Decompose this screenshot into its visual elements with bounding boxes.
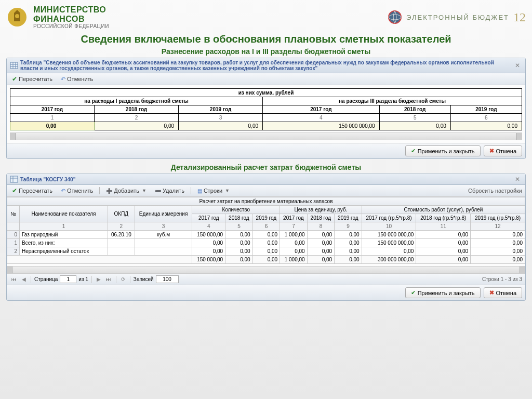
apply-close-button[interactable]: ✔Применить и закрыть xyxy=(405,145,481,156)
minus-icon: ➖ xyxy=(155,188,161,194)
pager-info: Строки 1 - 3 из 3 xyxy=(482,276,522,282)
cell-s1-2018[interactable]: 0,00 xyxy=(95,122,179,130)
ministry-line3: РОССИЙСКОЙ ФЕДЕРАЦИИ xyxy=(33,23,109,29)
last-page-icon[interactable]: ⏭ xyxy=(104,276,113,282)
ministry-line1: МИНИСТЕРСТВО xyxy=(33,5,109,15)
check-icon: ✔ xyxy=(411,289,416,296)
section-subtitle-1: Разнесение расходов на I и III разделы б… xyxy=(6,47,526,56)
section3-caption: на расходы III раздела бюджетной сметы xyxy=(263,97,522,105)
hscrollbar[interactable] xyxy=(10,132,522,140)
svg-point-2 xyxy=(389,11,401,23)
refresh-icon[interactable]: ⟳ xyxy=(119,276,127,282)
allocation-table: из них сумма, рублей на расходы I раздел… xyxy=(10,88,522,130)
panel2-title: Таблица "КОСГУ 340" xyxy=(20,177,511,182)
cancel-icon: ✖ xyxy=(489,148,494,154)
recalculate-button[interactable]: ✔Пересчитать xyxy=(10,75,55,83)
cell-s1-2017[interactable]: 0,00 xyxy=(10,122,95,130)
close-icon[interactable]: ✕ xyxy=(513,62,522,69)
table-icon xyxy=(10,176,18,183)
cell-s3-2019[interactable]: 0,00 xyxy=(450,122,522,130)
ministry-logo-block: МИНИСТЕРСТВО ФИНАНСОВ РОССИЙСКОЙ ФЕДЕРАЦ… xyxy=(6,5,109,29)
ministry-line2: ФИНАНСОВ xyxy=(33,15,109,24)
per-page-label: Записей xyxy=(134,276,154,282)
section-subtitle-2: Детализированный расчет затрат бюджетной… xyxy=(6,163,526,171)
grid-caption: Расчет затрат на приобретение материальн… xyxy=(7,197,525,206)
first-page-icon[interactable]: ⏮ xyxy=(10,276,18,282)
undo-button[interactable]: ↶Отменить xyxy=(59,75,95,83)
table-icon xyxy=(10,62,18,69)
hscrollbar[interactable] xyxy=(7,266,525,273)
check-icon: ✔ xyxy=(12,187,17,194)
close-icon[interactable]: ✕ xyxy=(513,176,522,183)
prev-page-icon[interactable]: ◀ xyxy=(20,276,28,282)
svg-point-1 xyxy=(15,14,19,18)
plus-icon: ➕ xyxy=(106,188,112,194)
panel2-toolbar: ✔Пересчитать ↶Отменить ➕Добавить▼ ➖Удали… xyxy=(7,185,525,197)
rows-button[interactable]: ▤Строки▼ xyxy=(195,187,232,194)
cell-s3-2018[interactable]: 0,00 xyxy=(379,122,450,130)
page-of: из 1 xyxy=(78,276,88,282)
detail-grid: Расчет затрат на приобретение материальн… xyxy=(7,197,525,264)
table-row[interactable]: 0 Газ природный 06.20.10 куб.м 150 000,0… xyxy=(7,231,525,239)
eb-label: ЭЛЕКТРОННЫЙ БЮДЖЕТ xyxy=(406,14,509,21)
next-page-icon[interactable]: ▶ xyxy=(95,276,102,282)
electronic-budget-block: ЭЛЕКТРОННЫЙ БЮДЖЕТ 12 xyxy=(388,10,526,24)
recalculate-button[interactable]: ✔Пересчитать xyxy=(10,187,55,195)
emblem-icon xyxy=(6,6,28,28)
cancel-icon: ✖ xyxy=(489,289,494,296)
add-button[interactable]: ➕Добавить▼ xyxy=(104,187,149,194)
eb-globe-icon xyxy=(388,10,402,24)
undo-button[interactable]: ↶Отменить xyxy=(59,187,95,195)
undo-icon: ↶ xyxy=(61,76,65,83)
page-number: 12 xyxy=(513,10,526,24)
totals-row: 150 000,000,000,00 1 000,000,000,00 300 … xyxy=(7,256,525,264)
reset-settings-link[interactable]: Сбросить настройки xyxy=(468,188,522,194)
panel1-toolbar: ✔Пересчитать ↶Отменить xyxy=(7,73,525,85)
cell-s3-2017[interactable]: 150 000 000,00 xyxy=(263,122,380,130)
detail-panel: Таблица "КОСГУ 340" ✕ ✔Пересчитать ↶Отме… xyxy=(6,174,526,301)
page-label: Страница xyxy=(34,276,58,282)
section1-caption: на расходы I раздела бюджетной сметы xyxy=(10,97,263,105)
svg-rect-4 xyxy=(10,62,18,69)
slide-title: Сведения включаемые в обоснования планов… xyxy=(6,33,526,45)
rows-icon: ▤ xyxy=(197,188,202,194)
chevron-down-icon: ▼ xyxy=(225,188,230,193)
page-input[interactable] xyxy=(60,275,76,283)
cancel-button[interactable]: ✖Отмена xyxy=(484,145,522,156)
allocation-panel: Таблица "Сведения об объеме бюджетных ас… xyxy=(6,58,526,159)
table-row[interactable]: 2 Нераспределенный остаток 0,000,000,00 … xyxy=(7,247,525,256)
per-page-input[interactable] xyxy=(156,275,179,283)
panel1-title: Таблица "Сведения об объеме бюджетных ас… xyxy=(20,60,511,71)
cell-s1-2019[interactable]: 0,00 xyxy=(179,122,263,130)
check-icon: ✔ xyxy=(12,75,17,83)
cancel-button[interactable]: ✖Отмена xyxy=(484,287,522,298)
svg-rect-9 xyxy=(10,176,18,182)
apply-close-button[interactable]: ✔Применить и закрыть xyxy=(405,287,481,298)
total-caption: из них сумма, рублей xyxy=(10,89,522,97)
pager: ⏮ ◀ Страница из 1 ▶ ⏭ ⟳ Записей Строки 1… xyxy=(7,273,525,285)
chevron-down-icon: ▼ xyxy=(142,188,147,193)
check-icon: ✔ xyxy=(411,148,416,154)
undo-icon: ↶ xyxy=(61,188,65,194)
table-row[interactable]: 1 Всего, из них: 0,000,000,00 0,000,000,… xyxy=(7,239,525,247)
page-header: МИНИСТЕРСТВО ФИНАНСОВ РОССИЙСКОЙ ФЕДЕРАЦ… xyxy=(6,5,526,29)
delete-button[interactable]: ➖Удалить xyxy=(153,187,187,194)
